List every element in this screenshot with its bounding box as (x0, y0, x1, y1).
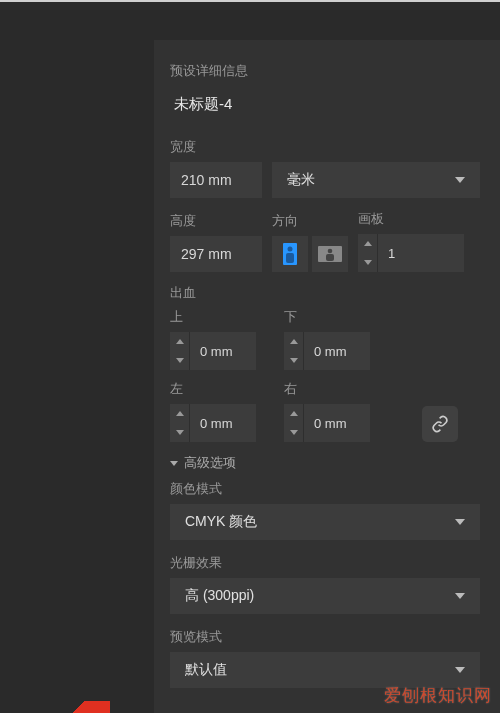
artboards-increment[interactable] (358, 234, 377, 253)
color-mode-label: 颜色模式 (170, 480, 480, 498)
advanced-label: 高级选项 (184, 454, 236, 472)
orientation-label: 方向 (272, 212, 348, 230)
bleed-right-dec[interactable] (284, 423, 303, 442)
preset-details-heading: 预设详细信息 (170, 62, 480, 80)
height-label: 高度 (170, 212, 262, 230)
unit-value: 毫米 (287, 171, 315, 189)
unit-dropdown[interactable]: 毫米 (272, 162, 480, 198)
bleed-bottom-value: 0 mm (304, 332, 370, 370)
arrow-up-icon (176, 411, 184, 416)
raster-dropdown[interactable]: 高 (300ppi) (170, 578, 480, 614)
artboards-stepper[interactable]: 1 (358, 234, 464, 272)
portrait-icon (280, 242, 300, 266)
svg-point-4 (328, 249, 333, 254)
raster-value: 高 (300ppi) (185, 587, 254, 605)
top-bar (0, 0, 500, 40)
raster-label: 光栅效果 (170, 554, 480, 572)
chevron-down-icon (455, 667, 465, 673)
arrow-up-icon (364, 241, 372, 246)
arrow-up-icon (290, 339, 298, 344)
left-sidebar (0, 40, 154, 713)
width-label: 宽度 (170, 138, 480, 156)
bleed-right-label: 右 (284, 380, 370, 398)
annotation-mark (60, 701, 110, 713)
main-area: 预设详细信息 宽度 210 mm 毫米 高度 297 mm 方向 (0, 40, 500, 713)
bleed-top-label: 上 (170, 308, 256, 326)
svg-rect-2 (286, 253, 294, 263)
orientation-landscape-button[interactable] (312, 236, 348, 272)
preview-value: 默认值 (185, 661, 227, 679)
bleed-top-inc[interactable] (170, 332, 189, 351)
svg-rect-5 (326, 254, 334, 261)
bleed-left-value: 0 mm (190, 404, 256, 442)
svg-point-1 (288, 247, 293, 252)
bleed-top-stepper[interactable]: 0 mm (170, 332, 256, 370)
bleed-left-label: 左 (170, 380, 256, 398)
link-icon (431, 415, 449, 433)
bleed-bottom-inc[interactable] (284, 332, 303, 351)
bleed-bottom-stepper[interactable]: 0 mm (284, 332, 370, 370)
chevron-down-icon (455, 519, 465, 525)
bleed-top-value: 0 mm (190, 332, 256, 370)
chevron-down-icon (455, 593, 465, 599)
color-mode-dropdown[interactable]: CMYK 颜色 (170, 504, 480, 540)
bleed-right-stepper[interactable]: 0 mm (284, 404, 370, 442)
watermark-text: 爱刨根知识网 (384, 684, 492, 707)
arrow-down-icon (290, 430, 298, 435)
bleed-heading: 出血 (170, 284, 480, 302)
chevron-down-icon (455, 177, 465, 183)
bleed-left-dec[interactable] (170, 423, 189, 442)
arrow-up-icon (176, 339, 184, 344)
orientation-portrait-button[interactable] (272, 236, 308, 272)
arrow-down-icon (176, 430, 184, 435)
height-input[interactable]: 297 mm (170, 236, 262, 272)
landscape-icon (317, 244, 343, 264)
height-value: 297 mm (181, 246, 232, 262)
chevron-down-icon (170, 461, 178, 466)
preview-label: 预览模式 (170, 628, 480, 646)
bleed-right-inc[interactable] (284, 404, 303, 423)
advanced-toggle[interactable]: 高级选项 (170, 454, 480, 472)
bleed-left-inc[interactable] (170, 404, 189, 423)
artboards-value: 1 (378, 234, 464, 272)
bleed-bottom-label: 下 (284, 308, 370, 326)
arrow-down-icon (364, 260, 372, 265)
bleed-top-dec[interactable] (170, 351, 189, 370)
document-title-input[interactable] (170, 90, 480, 126)
preview-dropdown[interactable]: 默认值 (170, 652, 480, 688)
artboards-decrement[interactable] (358, 253, 377, 272)
bleed-right-value: 0 mm (304, 404, 370, 442)
preset-panel: 预设详细信息 宽度 210 mm 毫米 高度 297 mm 方向 (154, 40, 500, 713)
bleed-left-stepper[interactable]: 0 mm (170, 404, 256, 442)
artboards-label: 画板 (358, 210, 464, 228)
arrow-down-icon (290, 358, 298, 363)
bleed-bottom-dec[interactable] (284, 351, 303, 370)
arrow-down-icon (176, 358, 184, 363)
color-mode-value: CMYK 颜色 (185, 513, 257, 531)
width-input[interactable]: 210 mm (170, 162, 262, 198)
bleed-link-button[interactable] (422, 406, 458, 442)
width-value: 210 mm (181, 172, 232, 188)
arrow-up-icon (290, 411, 298, 416)
